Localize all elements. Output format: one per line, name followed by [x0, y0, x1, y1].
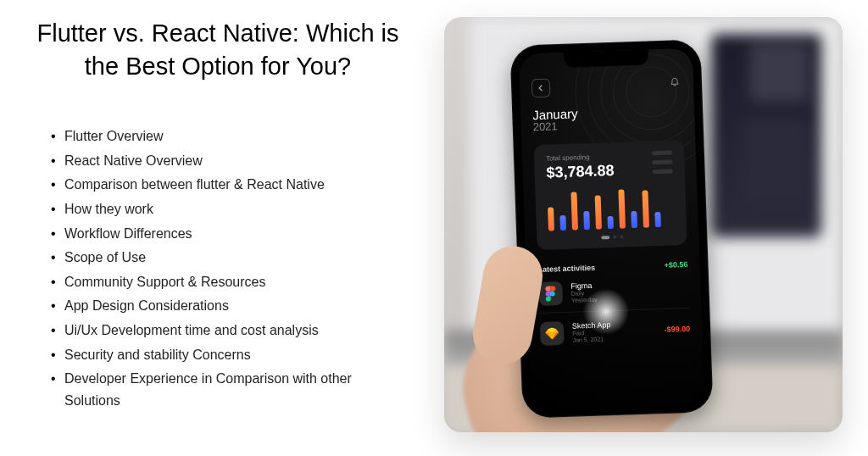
sketch-icon [540, 321, 565, 346]
list-item: React Native Overview [51, 150, 410, 172]
chart-bar [595, 195, 602, 229]
section-title: Latest activities [537, 264, 595, 274]
phone-mockup: January 2021 Total spending $3,784.88 La… [509, 39, 713, 419]
hero-image: January 2021 Total spending $3,784.88 La… [444, 17, 843, 432]
list-item: How they work [51, 198, 410, 220]
spending-card: Total spending $3,784.88 [533, 140, 687, 250]
divider [539, 308, 689, 314]
phone-notch [563, 49, 648, 67]
page-title: Flutter vs. React Native: Which is the B… [25, 17, 410, 83]
phone-screen: January 2021 Total spending $3,784.88 La… [519, 48, 705, 410]
list-item: Developer Experience in Comparison with … [51, 368, 410, 411]
list-item: Security and stability Concerns [51, 344, 410, 366]
chart-bar [570, 192, 578, 230]
chart-bar [559, 215, 566, 231]
activity-info: Figma Daily Yesterday [570, 278, 681, 304]
figma-icon [538, 281, 563, 306]
pager-dots [548, 233, 675, 241]
activity-meta: Paid Jan 5, 2021 [572, 327, 656, 344]
activity-info: Sketch App Paid Jan 5, 2021 [572, 319, 656, 344]
chart-bar [607, 216, 614, 229]
list-item: Comparison between flutter & React Nativ… [51, 174, 410, 196]
chart-bar [631, 211, 637, 228]
arrow-left-icon [537, 84, 545, 92]
list-item: Workflow Differences [51, 223, 410, 245]
list-item: App Design Considerations [51, 295, 410, 317]
back-button[interactable] [531, 78, 551, 97]
activity-row[interactable]: Figma Daily Yesterday [538, 277, 689, 306]
change-amount: +$0.56 [665, 260, 688, 270]
list-item: Scope of Use [51, 247, 410, 269]
chart-bar [618, 189, 626, 228]
chart-bar [642, 190, 649, 227]
latest-activities-header: Latest activities +$0.56 [537, 260, 687, 274]
chart-bar [548, 207, 554, 231]
activity-row[interactable]: Sketch App Paid Jan 5, 2021 -$99.00 [540, 317, 691, 346]
text-column: Flutter vs. React Native: Which is the B… [25, 17, 419, 439]
list-item: Flutter Overview [51, 125, 410, 147]
topic-list: Flutter Overview React Native Overview C… [25, 125, 410, 414]
chart-legend [652, 150, 673, 174]
list-item: Ui/Ux Development time and cost analysis [51, 320, 410, 342]
activity-amount: -$99.00 [664, 325, 690, 334]
spending-chart [547, 186, 675, 231]
chart-bar [654, 212, 661, 227]
list-item: Community Support & Resources [51, 271, 410, 293]
chart-bar [583, 211, 590, 230]
